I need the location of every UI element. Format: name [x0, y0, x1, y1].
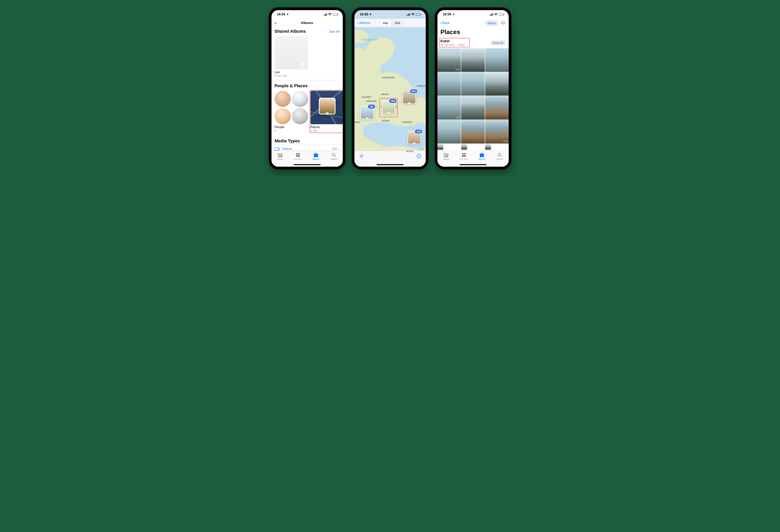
photo-thumb[interactable]: 0:16	[485, 120, 509, 144]
city-label: Istanbul	[402, 121, 412, 124]
see-all-button[interactable]: See All	[329, 30, 340, 34]
photo-thumb[interactable]: 0:07	[437, 48, 461, 72]
wifi-icon	[328, 13, 332, 16]
library-icon	[443, 152, 449, 157]
photo-thumb[interactable]	[437, 120, 461, 144]
photo-thumb[interactable]	[485, 48, 509, 72]
places-label: Places	[310, 124, 343, 129]
photo-thumb[interactable]: 0:33	[437, 96, 461, 119]
place-date: 25 Jul 2021	[441, 43, 454, 46]
place-loc: Kotor	[458, 43, 465, 46]
battery-icon	[499, 13, 504, 15]
city-label: Berlin	[381, 93, 389, 96]
segment-grid[interactable]: Grid	[392, 20, 403, 26]
people-count: 4	[275, 129, 308, 132]
photo-thumb[interactable]	[485, 96, 509, 119]
cluster-count: 902	[409, 89, 418, 94]
people-label: People	[275, 124, 308, 129]
places-count: 1 382	[310, 129, 343, 132]
photo-thumb[interactable]	[485, 144, 491, 150]
phone-places-map: 16:55 ‹ Albums Map Grid	[352, 8, 428, 169]
media-videos-count: 330	[332, 147, 337, 151]
svg-rect-0	[275, 147, 278, 150]
video-icon	[275, 147, 280, 151]
shared-album-tile[interactable]	[275, 36, 308, 69]
places-tile[interactable]: Odesa Places 1 382	[310, 91, 343, 132]
locate-button[interactable]	[358, 153, 364, 159]
tab-library[interactable]: Library	[277, 152, 283, 167]
nav-bar: + Albums	[272, 19, 343, 27]
city-label: Moscow	[417, 85, 426, 87]
svg-point-13	[503, 22, 503, 23]
photo-thumb[interactable]	[461, 72, 485, 96]
shared-albums-header: Shared Albums	[275, 29, 306, 34]
tab-search[interactable]: Search	[496, 152, 503, 167]
photo-thumb[interactable]	[461, 120, 485, 144]
for-you-icon	[295, 152, 301, 157]
legal-link[interactable]: Legal	[419, 148, 424, 150]
cellular-icon	[407, 13, 410, 15]
media-types-header: Media Types	[275, 138, 300, 144]
location-icon	[286, 13, 289, 16]
place-name-row[interactable]: Kotor ›	[441, 39, 465, 43]
city-label: London	[362, 96, 371, 98]
cellular-icon	[490, 13, 493, 15]
status-bar: 16:55	[437, 10, 509, 19]
select-button[interactable]: Select	[485, 20, 499, 26]
back-button[interactable]: ‹ Albums	[357, 21, 371, 25]
map-area[interactable]: Norwegian Sea E U R O P E adrid Legal St…	[354, 27, 426, 167]
svg-rect-20	[481, 153, 483, 153]
wifi-icon	[411, 13, 415, 16]
map-cluster[interactable]: 169	[382, 100, 395, 114]
chevron-right-icon: ›	[339, 147, 340, 151]
library-icon	[277, 152, 283, 157]
svg-rect-6	[314, 154, 318, 157]
albums-icon	[479, 152, 485, 157]
photo-thumb[interactable]	[485, 72, 509, 96]
status-time: 16:55	[443, 12, 451, 16]
nav-bar: ‹ Albums Map Grid	[354, 19, 426, 27]
back-button[interactable]: ‹ Back	[440, 21, 450, 25]
segment-map[interactable]: Map	[380, 20, 391, 26]
photo-thumb[interactable]	[461, 144, 467, 150]
info-button[interactable]	[416, 153, 422, 159]
shared-album-sub: From You	[275, 74, 340, 77]
media-videos-row[interactable]: Videos 330›	[272, 144, 343, 151]
status-bar: 16:55	[354, 10, 426, 19]
home-indicator	[459, 164, 487, 165]
battery-icon	[416, 13, 421, 15]
map-cluster[interactable]: 181	[360, 106, 374, 119]
photo-thumb[interactable]	[437, 72, 461, 96]
city-label: Rome	[382, 119, 390, 122]
photo-thumb[interactable]	[461, 96, 485, 119]
photo-thumb[interactable]	[461, 48, 485, 72]
svg-rect-8	[314, 153, 317, 153]
map-cluster[interactable]: 130	[407, 131, 421, 144]
phone-places-grid: 16:55 ‹ Back Select Places Kotor › 25 Ju…	[435, 8, 511, 169]
svg-rect-16	[443, 153, 448, 156]
media-videos-label: Videos	[282, 147, 292, 151]
add-button[interactable]: +	[274, 21, 277, 25]
tab-library[interactable]: Library	[443, 152, 449, 167]
albums-content: Shared Albums See All Leo From You Peopl…	[272, 27, 343, 151]
photo-thumb[interactable]	[437, 144, 443, 150]
map-cluster[interactable]: 902	[402, 90, 416, 104]
city-label: adrid	[355, 121, 360, 124]
status-bar: 16:54	[272, 10, 343, 19]
people-tile[interactable]: People 4	[275, 91, 308, 132]
show-all-button[interactable]: Show All	[490, 40, 505, 45]
shared-album-name: Leo	[275, 69, 340, 74]
wifi-icon	[494, 13, 498, 16]
status-time: 16:55	[360, 12, 368, 16]
home-indicator	[294, 164, 321, 165]
location-icon	[452, 13, 455, 16]
for-you-icon	[461, 152, 467, 157]
photo-grid-area: 0:07 0:33 0:16	[437, 48, 509, 151]
tab-search[interactable]: Search	[331, 152, 337, 167]
nav-bar: ‹ Back Select	[437, 19, 509, 27]
city-label: Brussels	[366, 100, 377, 102]
phone-albums: 16:54 + Albums Shared Albums See All Leo…	[269, 8, 345, 169]
svg-point-12	[501, 22, 502, 23]
more-button[interactable]	[500, 20, 506, 26]
cellular-icon	[324, 13, 327, 15]
